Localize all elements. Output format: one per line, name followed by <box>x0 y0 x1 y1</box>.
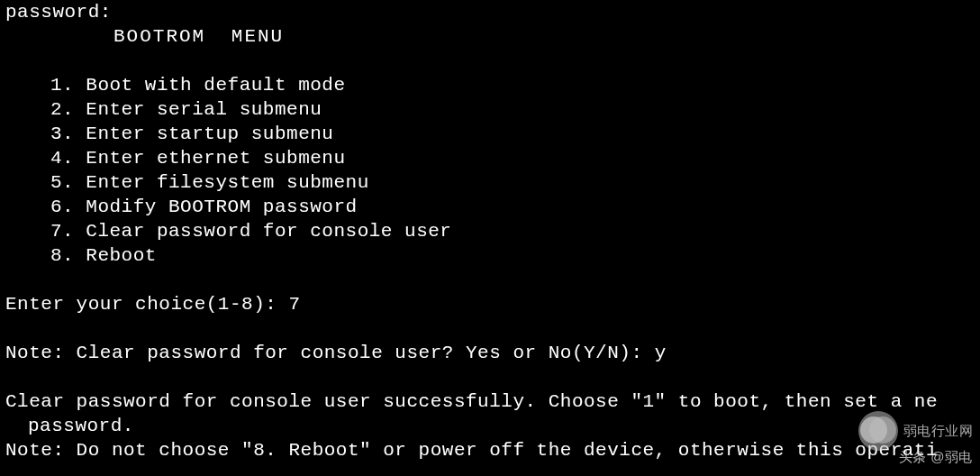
warning-message: Note: Do not choose "8. Reboot" or power… <box>5 438 975 462</box>
choice-prompt: Enter your choice(1-8): <box>5 294 288 315</box>
watermark-source: 头条 @弱电 <box>899 444 973 469</box>
wechat-icon <box>858 411 898 451</box>
note-line[interactable]: Note: Clear password for console user? Y… <box>5 341 975 365</box>
watermark-brand: 弱电行业网 <box>903 424 974 439</box>
note-prompt: Note: Clear password for console user? Y… <box>5 343 655 363</box>
menu-title: BOOTROM MENU <box>5 24 975 49</box>
blank-line <box>5 49 975 73</box>
menu-item-2: 2. Enter serial submenu <box>5 97 975 122</box>
blank-line <box>5 316 975 341</box>
menu-item-1: 1. Boot with default mode <box>5 73 975 97</box>
menu-item-5: 5. Enter filesystem submenu <box>5 170 975 195</box>
success-message-line2: password. <box>5 414 975 438</box>
menu-item-8: 8. Reboot <box>5 243 975 268</box>
choice-line[interactable]: Enter your choice(1-8): 7 <box>5 292 975 316</box>
choice-input[interactable]: 7 <box>288 294 300 315</box>
blank-line <box>5 365 975 389</box>
menu-item-3: 3. Enter startup submenu <box>5 122 975 146</box>
menu-item-7: 7. Clear password for console user <box>5 219 975 243</box>
menu-item-4: 4. Enter ethernet submenu <box>5 146 975 170</box>
blank-line <box>5 268 975 292</box>
success-message-line1: Clear password for console user successf… <box>5 389 975 414</box>
terminal-output: password: BOOTROM MENU 1. Boot with defa… <box>0 0 980 462</box>
note-input[interactable]: y <box>655 343 667 363</box>
password-prompt[interactable]: password: <box>5 0 975 24</box>
menu-item-6: 6. Modify BOOTROM password <box>5 195 975 219</box>
